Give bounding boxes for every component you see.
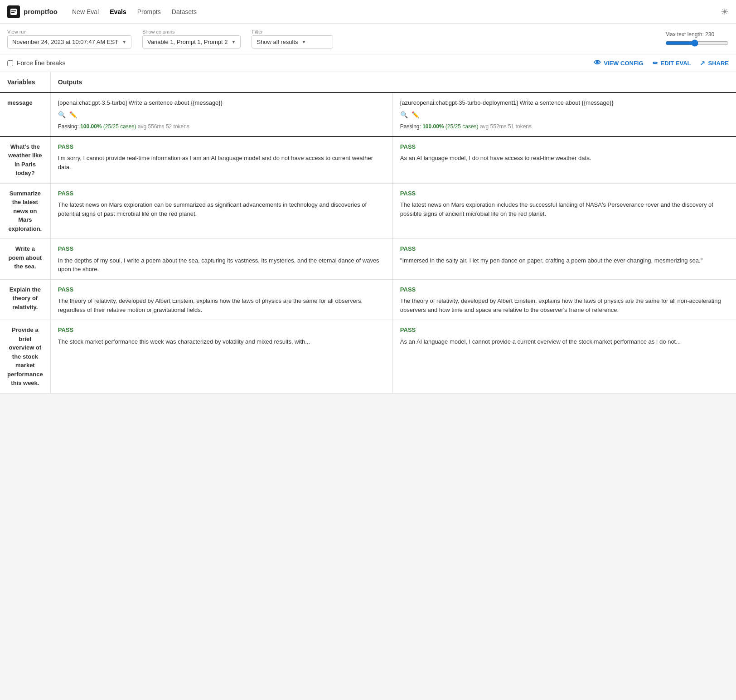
pass-badge-1: PASS <box>58 189 385 198</box>
show-columns-label: Show columns <box>142 29 241 34</box>
col-outputs: Outputs <box>50 72 736 92</box>
prompt2-stats: avg 552ms 51 tokens <box>480 123 532 130</box>
pass-badge-2: PASS <box>400 189 729 198</box>
output2-cell: PASS The theory of relativity, developed… <box>392 279 736 320</box>
force-line-breaks-checkbox[interactable] <box>7 60 13 66</box>
view-run-label: View run <box>7 29 131 34</box>
theme-toggle-icon[interactable]: ☀ <box>721 7 729 17</box>
output1-cell: PASS The latest news on Mars exploration… <box>50 183 392 239</box>
controls-right: 👁 VIEW CONFIG ✏ EDIT EVAL ↗ SHARE <box>594 59 729 67</box>
nav-evals[interactable]: Evals <box>110 6 126 17</box>
output1-cell: PASS The theory of relativity, developed… <box>50 279 392 320</box>
prompt1-cases: (25/25 cases) <box>103 123 138 130</box>
controls-row: Force line breaks 👁 VIEW CONFIG ✏ EDIT E… <box>0 54 736 72</box>
variable-cell: What's the weather like in Paris today? <box>0 136 50 184</box>
svg-rect-0 <box>10 9 17 15</box>
show-columns-group: Show columns Variable 1, Prompt 1, Promp… <box>142 29 241 49</box>
table-row: Summarize the latest news on Mars explor… <box>0 183 736 239</box>
pass-badge-2: PASS <box>400 244 729 253</box>
results-table-container: Variables Outputs message [openai:chat:g… <box>0 72 736 394</box>
results-table: Variables Outputs message [openai:chat:g… <box>0 72 736 394</box>
view-config-label: VIEW CONFIG <box>604 60 643 67</box>
view-run-chevron-icon: ▼ <box>122 39 126 44</box>
prompt1-pct: 100.00% <box>80 123 103 130</box>
prompt2-header-text: [azureopenai:chat:gpt-35-turbo-deploymen… <box>400 98 729 107</box>
output2-text: The theory of relativity, developed by A… <box>400 297 729 314</box>
output2-cell: PASS The latest news on Mars exploration… <box>392 183 736 239</box>
search-icon[interactable]: 🔍 <box>58 110 66 120</box>
nav-new-eval[interactable]: New Eval <box>72 6 99 17</box>
prompt2-icons: 🔍 ✏️ <box>400 110 729 120</box>
svg-rect-2 <box>11 12 15 13</box>
filter-select[interactable]: Show all results ▼ <box>252 35 333 49</box>
table-row: Write a poem about the sea. PASS In the … <box>0 239 736 280</box>
output2-cell: PASS As an AI language model, I do not h… <box>392 136 736 184</box>
edit-eval-link[interactable]: ✏ EDIT EVAL <box>653 59 691 67</box>
show-columns-select[interactable]: Variable 1, Prompt 1, Prompt 2 ▼ <box>142 35 241 49</box>
output2-text: As an AI language model, I cannot provid… <box>400 337 729 346</box>
show-columns-value: Variable 1, Prompt 1, Prompt 2 <box>147 39 228 45</box>
show-columns-chevron-icon: ▼ <box>232 39 236 44</box>
view-config-link[interactable]: 👁 VIEW CONFIG <box>594 59 643 67</box>
pass-badge-2: PASS <box>400 142 729 151</box>
prompt1-stats: avg 556ms 52 tokens <box>138 123 189 130</box>
col-variables: Variables <box>0 72 50 92</box>
output1-cell: PASS I'm sorry, I cannot provide real-ti… <box>50 136 392 184</box>
share-link[interactable]: ↗ SHARE <box>700 59 729 67</box>
variable-cell: Summarize the latest news on Mars explor… <box>0 183 50 239</box>
prompt1-passing-line: Passing: 100.00% (25/25 cases) avg 556ms… <box>58 122 385 131</box>
view-run-select[interactable]: November 24, 2023 at 10:07:47 AM EST ▼ <box>7 35 131 49</box>
output1-text: The latest news on Mars exploration can … <box>58 200 385 218</box>
output1-text: The theory of relativity, developed by A… <box>58 297 385 314</box>
variable-header-cell: message <box>0 92 50 136</box>
pass-badge-1: PASS <box>58 285 385 294</box>
nav-datasets[interactable]: Datasets <box>172 6 197 17</box>
logo[interactable]: promptfoo <box>7 5 58 18</box>
output1-text: The stock market performance this week w… <box>58 337 385 346</box>
prompt1-header-cell: [openai:chat:gpt-3.5-turbo] Write a sent… <box>50 92 392 136</box>
logo-text: promptfoo <box>24 8 58 15</box>
table-row: What's the weather like in Paris today? … <box>0 136 736 184</box>
filter-chevron-icon: ▼ <box>302 39 306 44</box>
output2-cell: PASS "Immersed in the salty air, I let m… <box>392 239 736 280</box>
output1-text: In the depths of my soul, I write a poem… <box>58 256 385 274</box>
navbar: promptfoo New Eval Evals Prompts Dataset… <box>0 0 736 24</box>
pass-badge-1: PASS <box>58 142 385 151</box>
filter-value: Show all results <box>257 39 298 45</box>
edit-icon[interactable]: ✏️ <box>69 110 77 120</box>
eye-icon: 👁 <box>594 59 601 67</box>
table-row: Provide a brief overview of the stock ma… <box>0 320 736 394</box>
controls-left: Force line breaks <box>7 59 594 67</box>
prompt2-passing-line: Passing: 100.00% (25/25 cases) avg 552ms… <box>400 122 729 131</box>
output1-cell: PASS The stock market performance this w… <box>50 320 392 394</box>
max-text-slider[interactable] <box>665 39 729 47</box>
prompt2-cases: (25/25 cases) <box>445 123 480 130</box>
toolbar: View run November 24, 2023 at 10:07:47 A… <box>0 24 736 54</box>
output2-text: "Immersed in the salty air, I let my pen… <box>400 256 729 265</box>
max-text-length-group: Max text length: 230 <box>665 31 729 47</box>
edit-icon-2[interactable]: ✏️ <box>412 110 419 120</box>
output1-cell: PASS In the depths of my soul, I write a… <box>50 239 392 280</box>
pencil-icon: ✏ <box>653 59 658 67</box>
share-label: SHARE <box>708 60 729 67</box>
nav-prompts[interactable]: Prompts <box>137 6 161 17</box>
table-row: Explain the theory of relativity. PASS T… <box>0 279 736 320</box>
search-icon-2[interactable]: 🔍 <box>400 110 408 120</box>
navbar-right: ☀ <box>721 6 729 17</box>
nav-links: New Eval Evals Prompts Datasets <box>72 6 721 17</box>
prompt1-icons: 🔍 ✏️ <box>58 110 385 120</box>
max-text-label: Max text length: 230 <box>665 31 729 38</box>
output2-text: The latest news on Mars exploration incl… <box>400 200 729 218</box>
logo-icon <box>7 5 20 18</box>
output2-cell: PASS As an AI language model, I cannot p… <box>392 320 736 394</box>
view-run-value: November 24, 2023 at 10:07:47 AM EST <box>12 39 118 45</box>
variable-cell: Provide a brief overview of the stock ma… <box>0 320 50 394</box>
filter-group: Filter Show all results ▼ <box>252 29 333 49</box>
svg-rect-1 <box>11 10 16 11</box>
pass-badge-2: PASS <box>400 326 729 335</box>
share-icon: ↗ <box>700 59 705 67</box>
pass-badge-1: PASS <box>58 326 385 335</box>
output1-text: I'm sorry, I cannot provide real-time in… <box>58 154 385 171</box>
edit-eval-label: EDIT EVAL <box>661 60 691 67</box>
prompt2-header-cell: [azureopenai:chat:gpt-35-turbo-deploymen… <box>392 92 736 136</box>
